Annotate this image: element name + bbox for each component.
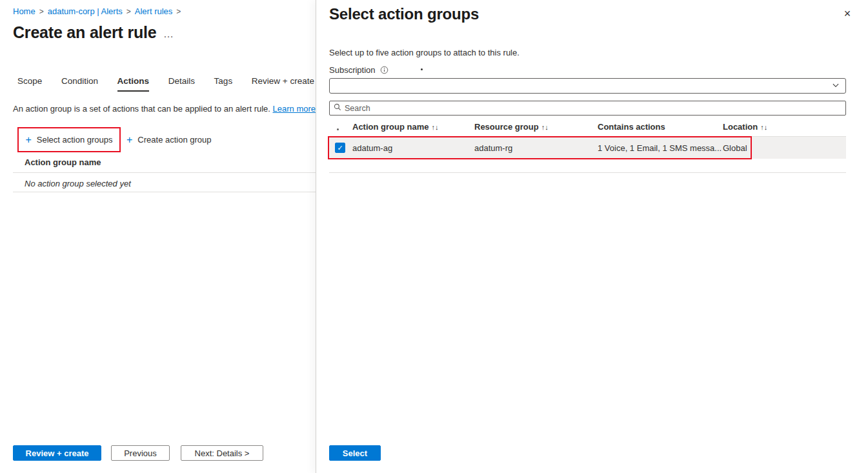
column-label: Resource group [474, 122, 539, 132]
breadcrumb-adatum-corp-alerts[interactable]: adatum-corp | Alerts [48, 6, 123, 16]
required-indicator [421, 68, 423, 70]
tab-scope[interactable]: Scope [17, 76, 42, 92]
page-title: Create an alert rule [13, 23, 157, 42]
select-button[interactable]: Select [329, 445, 381, 461]
chevron-right-icon: > [39, 7, 44, 16]
select-action-groups-label: Select action groups [37, 135, 113, 145]
select-all-indicator[interactable] [337, 128, 339, 130]
tab-actions[interactable]: Actions [117, 76, 150, 92]
checkmark-icon: ✓ [337, 144, 343, 152]
tab-tags[interactable]: Tags [214, 76, 233, 92]
divider [13, 192, 316, 192]
column-label: Action group name [352, 122, 429, 132]
sort-icon: ↑↓ [541, 123, 549, 131]
select-action-groups-button-content: + Select action groups [25, 135, 112, 145]
divider [13, 172, 316, 173]
tab-condition[interactable]: Condition [61, 76, 98, 92]
column-label: Contains actions [598, 122, 665, 132]
cell-contains-actions: 1 Voice, 1 Email, 1 SMS messa... [598, 143, 722, 153]
panel-description: Select up to five action groups to attac… [329, 48, 520, 57]
wizard-tabs: Scope Condition Actions Details Tags Rev… [17, 76, 316, 94]
cell-action-group-name: adatum-ag [352, 143, 392, 153]
close-icon[interactable]: × [839, 5, 856, 22]
actions-description-text: An action group is a set of actions that… [13, 104, 273, 114]
sort-icon: ↑↓ [431, 123, 438, 131]
learn-more-link[interactable]: Learn more [273, 104, 316, 114]
search-box [329, 101, 846, 116]
tab-details[interactable]: Details [168, 76, 195, 92]
breadcrumb-home[interactable]: Home [13, 6, 35, 16]
chevron-down-icon [832, 81, 840, 91]
divider [329, 172, 846, 173]
cell-resource-group: adatum-rg [474, 143, 512, 153]
sort-icon: ↑↓ [760, 123, 767, 131]
subscription-label-text: Subscription [329, 65, 376, 75]
chevron-right-icon: > [126, 7, 131, 16]
column-location[interactable]: Location↑↓ [723, 122, 767, 132]
plus-icon: + [25, 135, 31, 145]
more-options-icon[interactable]: … [163, 28, 174, 40]
chevron-right-icon: > [176, 7, 181, 16]
subscription-label: Subscription [329, 65, 389, 75]
column-resource-group[interactable]: Resource group↑↓ [474, 122, 549, 132]
review-create-button[interactable]: Review + create [13, 445, 101, 461]
breadcrumb-alert-rules[interactable]: Alert rules [135, 6, 173, 16]
breadcrumb: Home>adatum-corp | Alerts>Alert rules> [13, 6, 185, 16]
row-checkbox-checked[interactable]: ✓ [335, 143, 345, 153]
action-group-name-column-header: Action group name [25, 157, 101, 167]
select-action-groups-panel: Select action groups × Select up to five… [316, 0, 868, 473]
create-action-group-button[interactable]: + Create action group [126, 127, 212, 152]
column-action-group-name[interactable]: Action group name↑↓ [352, 122, 438, 132]
table-row-adatum-ag[interactable]: ✓ adatum-ag adatum-rg 1 Voice, 1 Email, … [329, 137, 846, 159]
create-alert-rule-blade: Home>adatum-corp | Alerts>Alert rules> C… [0, 0, 316, 473]
tab-review-create[interactable]: Review + create [252, 76, 314, 92]
search-icon [334, 103, 341, 113]
column-label: Location [723, 122, 758, 132]
panel-title: Select action groups [329, 5, 479, 23]
plus-icon: + [126, 135, 132, 145]
previous-button[interactable]: Previous [111, 445, 170, 461]
create-action-group-label: Create action group [137, 135, 211, 145]
column-contains-actions[interactable]: Contains actions [598, 122, 668, 132]
search-input[interactable] [345, 104, 842, 113]
cell-location: Global [723, 143, 747, 153]
next-details-button[interactable]: Next: Details > [181, 445, 263, 461]
azure-portal-create-alert-rule: { "breadcrumb": { "items": [ { "label": … [0, 0, 868, 473]
subscription-dropdown[interactable] [329, 78, 846, 94]
no-action-group-message: No action group selected yet [25, 179, 131, 188]
info-icon[interactable] [380, 66, 389, 74]
grid-header-row: Action group name↑↓ Resource group↑↓ Con… [329, 120, 846, 136]
actions-description: An action group is a set of actions that… [13, 104, 316, 114]
action-groups-grid: Action group name↑↓ Resource group↑↓ Con… [329, 120, 846, 159]
select-action-groups-button[interactable]: + Select action groups [17, 127, 121, 152]
